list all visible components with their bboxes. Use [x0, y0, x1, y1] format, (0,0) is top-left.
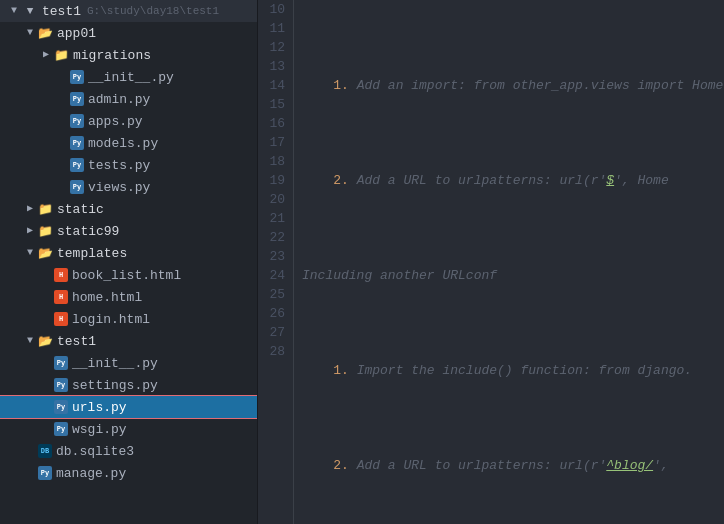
sidebar-item-migrations[interactable]: 📁 migrations — [0, 44, 257, 66]
sidebar-label-tests: tests.py — [88, 158, 150, 173]
sidebar-item-templates[interactable]: 📂 templates — [0, 242, 257, 264]
code-editor: 10 11 12 13 14 15 16 17 18 19 20 21 22 2… — [258, 0, 724, 524]
sidebar-item-manage-py[interactable]: Py manage.py — [0, 462, 257, 484]
sidebar-item-models-py[interactable]: Py models.py — [0, 132, 257, 154]
py-icon-settings: Py — [54, 378, 68, 392]
sidebar-label-init-test1: __init__.py — [72, 356, 158, 371]
sidebar-label-migrations: migrations — [73, 48, 151, 63]
tree-arrow-migrations — [40, 49, 52, 61]
sidebar-item-static[interactable]: 📁 static — [0, 198, 257, 220]
line-num-23: 23 — [266, 247, 285, 266]
tree-arrow-templates — [24, 247, 36, 259]
sidebar-label-db: db.sqlite3 — [56, 444, 134, 459]
sidebar-item-views-py[interactable]: Py views.py — [0, 176, 257, 198]
line-num-13: 13 — [266, 57, 285, 76]
sidebar-label-home-html: home.html — [72, 290, 142, 305]
line-num-28: 28 — [266, 342, 285, 361]
line-num-17: 17 — [266, 133, 285, 152]
sidebar-item-db-sqlite3[interactable]: DB db.sqlite3 — [0, 440, 257, 462]
line-num-26: 26 — [266, 304, 285, 323]
py-icon-models: Py — [70, 136, 84, 150]
tree-arrow-test1 — [8, 5, 20, 17]
py-icon-tests: Py — [70, 158, 84, 172]
sidebar-item-book-list-html[interactable]: H book_list.html — [0, 264, 257, 286]
sidebar-item-init-py-app01[interactable]: Py __init__.py — [0, 66, 257, 88]
sqlite-icon-db: DB — [38, 444, 52, 458]
py-icon-manage: Py — [38, 466, 52, 480]
sidebar-label-static99: static99 — [57, 224, 119, 239]
sidebar-item-urls-py[interactable]: Py urls.py — [0, 396, 257, 418]
sidebar-label-models: models.py — [88, 136, 158, 151]
sidebar-label-init-app01: __init__.py — [88, 70, 174, 85]
sidebar-label-test1-sub: test1 — [57, 334, 96, 349]
tree-arrow-test1-sub — [24, 335, 36, 347]
html-icon-home: H — [54, 290, 68, 304]
sidebar-item-tests-py[interactable]: Py tests.py — [0, 154, 257, 176]
sidebar-item-apps-py[interactable]: Py apps.py — [0, 110, 257, 132]
line-num-21: 21 — [266, 209, 285, 228]
line-num-24: 24 — [266, 266, 285, 285]
line-num-19: 19 — [266, 171, 285, 190]
line-num-16: 16 — [266, 114, 285, 133]
folder-icon-app01: 📂 — [38, 26, 53, 41]
code-line-14: 2. Add a URL to urlpatterns: url(r'^blog… — [302, 456, 720, 475]
sidebar-item-admin-py[interactable]: Py admin.py — [0, 88, 257, 110]
folder-icon-static: 📁 — [38, 202, 53, 217]
line-num-14: 14 — [266, 76, 285, 95]
py-icon-urls: Py — [54, 400, 68, 414]
folder-icon-test1: ▼ — [22, 3, 38, 19]
tree-arrow-static99 — [24, 225, 36, 237]
html-icon-book-list: H — [54, 268, 68, 282]
line-numbers-gutter: 10 11 12 13 14 15 16 17 18 19 20 21 22 2… — [258, 0, 294, 524]
sidebar-item-settings-py[interactable]: Py settings.py — [0, 374, 257, 396]
code-line-13: 1. Import the include() function: from d… — [302, 361, 720, 380]
sidebar-label-static: static — [57, 202, 104, 217]
line-num-18: 18 — [266, 152, 285, 171]
sidebar-item-test1-root[interactable]: ▼ test1 G:\study\day18\test1 — [0, 0, 257, 22]
sidebar-item-wsgi-py[interactable]: Py wsgi.py — [0, 418, 257, 440]
sidebar-label-login-html: login.html — [72, 312, 150, 327]
line-num-15: 15 — [266, 95, 285, 114]
sidebar-label-views: views.py — [88, 180, 150, 195]
file-explorer-sidebar[interactable]: ▼ test1 G:\study\day18\test1 📂 app01 📁 m… — [0, 0, 258, 524]
tree-arrow-app01 — [24, 27, 36, 39]
sidebar-label-app01: app01 — [57, 26, 96, 41]
sidebar-path-test1: G:\study\day18\test1 — [87, 5, 219, 17]
sidebar-label-test1: test1 — [42, 4, 81, 19]
py-icon-init-app01: Py — [70, 70, 84, 84]
html-icon-login: H — [54, 312, 68, 326]
folder-icon-static99: 📁 — [38, 224, 53, 239]
sidebar-item-init-py-test1[interactable]: Py __init__.py — [0, 352, 257, 374]
py-icon-wsgi: Py — [54, 422, 68, 436]
line-num-22: 22 — [266, 228, 285, 247]
code-line-12: Including another URLconf — [302, 266, 720, 285]
sidebar-label-settings: settings.py — [72, 378, 158, 393]
sidebar-item-login-html[interactable]: H login.html — [0, 308, 257, 330]
sidebar-item-app01[interactable]: 📂 app01 — [0, 22, 257, 44]
sidebar-label-admin: admin.py — [88, 92, 150, 107]
line-num-27: 27 — [266, 323, 285, 342]
sidebar-label-wsgi: wsgi.py — [72, 422, 127, 437]
sidebar-label-book-list: book_list.html — [72, 268, 181, 283]
sidebar-label-apps: apps.py — [88, 114, 143, 129]
sidebar-label-urls: urls.py — [72, 400, 127, 415]
py-icon-apps: Py — [70, 114, 84, 128]
sidebar-item-test1-subfolder[interactable]: 📂 test1 — [0, 330, 257, 352]
code-area: 10 11 12 13 14 15 16 17 18 19 20 21 22 2… — [258, 0, 724, 524]
folder-icon-templates: 📂 — [38, 246, 53, 261]
line-num-25: 25 — [266, 285, 285, 304]
py-icon-init-test1: Py — [54, 356, 68, 370]
code-content-area[interactable]: 1. Add an import: from other_app.views i… — [294, 0, 724, 524]
py-icon-views: Py — [70, 180, 84, 194]
sidebar-label-templates: templates — [57, 246, 127, 261]
sidebar-item-home-html[interactable]: H home.html — [0, 286, 257, 308]
sidebar-label-manage: manage.py — [56, 466, 126, 481]
line-num-11: 11 — [266, 19, 285, 38]
sidebar-item-static99[interactable]: 📁 static99 — [0, 220, 257, 242]
code-line-11: 2. Add a URL to urlpatterns: url(r'$', H… — [302, 171, 720, 190]
line-num-10: 10 — [266, 0, 285, 19]
line-num-12: 12 — [266, 38, 285, 57]
folder-icon-migrations: 📁 — [54, 48, 69, 63]
line-num-20: 20 — [266, 190, 285, 209]
tree-arrow-static — [24, 203, 36, 215]
